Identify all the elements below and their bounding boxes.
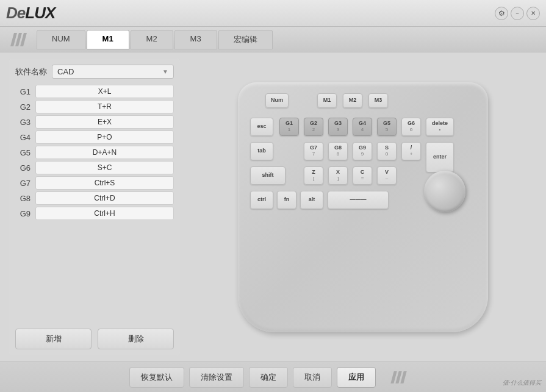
key-label-g6: G6 [15, 163, 31, 173]
software-name-label: 软件名称 [15, 66, 47, 77]
key-label-g2: G2 [15, 102, 31, 112]
software-select-value: CAD [57, 67, 74, 76]
kbd-x[interactable]: X] [328, 166, 348, 185]
kbd-g4[interactable]: G44 [353, 118, 372, 136]
titlebar: DeLUX ⚙ － ✕ [0, 0, 546, 27]
key-row-g3: G3 E+X [15, 115, 174, 129]
watermark: 值·什么值得买 [503, 379, 541, 387]
key-row-g4: G4 P+O [15, 130, 174, 144]
close-button[interactable]: ✕ [526, 7, 540, 20]
kbd-g3[interactable]: G33 [328, 118, 348, 136]
key-value-g9[interactable]: Ctrl+H [35, 207, 174, 220]
software-select[interactable]: CAD ▼ [52, 65, 174, 79]
kbd-slash[interactable]: /+ [401, 142, 421, 160]
kbd-tab[interactable]: tab [250, 142, 273, 160]
kbd-g7[interactable]: G77 [304, 142, 323, 160]
key-value-g3[interactable]: E+X [35, 115, 174, 129]
key-row-g6: G6 S+C [15, 161, 174, 174]
kbd-fn[interactable]: fn [277, 191, 296, 209]
kbd-m1-key[interactable]: M1 [317, 93, 337, 108]
key-label-g1: G1 [15, 87, 31, 96]
key-value-g1[interactable]: X+L [35, 85, 174, 98]
kbd-num[interactable]: Num [265, 93, 289, 108]
bottom-decoration-right [381, 362, 417, 392]
key-value-g2[interactable]: T+R [35, 100, 174, 113]
tab-m1[interactable]: M1 [87, 30, 129, 49]
kbd-alt[interactable]: alt [300, 191, 323, 209]
key-binding-list: G1 X+L G2 T+R G3 E+X G4 P+O G5 D+A+N G6 … [15, 85, 174, 323]
keyboard-visual: Num M1 M2 M3 esc G11 G22 G33 G44 G55 G66… [238, 82, 488, 332]
software-name-row: 软件名称 CAD ▼ [15, 65, 174, 79]
key-row-g2: G2 T+R [15, 100, 174, 113]
key-row-g9: G9 Ctrl+H [15, 207, 174, 220]
kbd-m2-key[interactable]: M2 [343, 93, 362, 108]
tab-list: NUM M1 M2 M3 宏编辑 [37, 30, 546, 49]
action-buttons: 新增 删除 [15, 329, 174, 349]
tab-m2[interactable]: M2 [131, 30, 173, 49]
bottom-stripe-icon [390, 371, 406, 383]
kbd-g5[interactable]: G55 [377, 118, 397, 136]
key-label-g8: G8 [15, 194, 31, 203]
kbd-s0[interactable]: S0 [377, 142, 397, 160]
kbd-z[interactable]: Z[ [304, 166, 323, 185]
dropdown-arrow-icon: ▼ [162, 68, 168, 75]
main-content: 软件名称 CAD ▼ G1 X+L G2 T+R G3 E+X G4 P+O [0, 52, 546, 362]
tab-macro[interactable]: 宏编辑 [218, 30, 273, 49]
key-label-g7: G7 [15, 179, 31, 188]
key-value-g8[interactable]: Ctrl+D [35, 191, 174, 205]
confirm-button[interactable]: 确定 [249, 367, 288, 388]
kbd-g8[interactable]: G88 [328, 142, 348, 160]
stripe-icon [10, 33, 27, 46]
settings-button[interactable]: ⚙ [495, 7, 508, 20]
add-button[interactable]: 新增 [15, 329, 92, 349]
tabbar: NUM M1 M2 M3 宏编辑 [0, 27, 546, 52]
key-value-g6[interactable]: S+C [35, 161, 174, 174]
tab-m3[interactable]: M3 [174, 30, 217, 49]
key-label-g5: G5 [15, 148, 31, 157]
kbd-g2[interactable]: G22 [304, 118, 323, 136]
tab-decoration-left [0, 27, 37, 52]
kbd-m3-key[interactable]: M3 [368, 93, 388, 108]
minimize-button[interactable]: － [511, 7, 524, 20]
key-label-g3: G3 [15, 118, 31, 127]
key-label-g4: G4 [15, 133, 31, 142]
key-row-g5: G5 D+A+N [15, 146, 174, 159]
key-row-g8: G8 Ctrl+D [15, 191, 174, 205]
kbd-delete[interactable]: delete• [426, 118, 454, 136]
key-row-g7: G7 Ctrl+S [15, 176, 174, 190]
kbd-c[interactable]: C= [353, 166, 372, 185]
kbd-v[interactable]: V– [377, 166, 397, 185]
window-controls: ⚙ － ✕ [495, 7, 540, 20]
bottombar: 恢复默认 清除设置 确定 取消 应用 [0, 362, 546, 392]
restore-default-button[interactable]: 恢复默认 [129, 367, 184, 388]
kbd-enter[interactable]: enter [426, 142, 454, 173]
kbd-g9[interactable]: G99 [353, 142, 372, 160]
cancel-button[interactable]: 取消 [293, 367, 332, 388]
key-value-g5[interactable]: D+A+N [35, 146, 174, 159]
key-row-g1: G1 X+L [15, 85, 174, 98]
tab-num[interactable]: NUM [37, 30, 85, 49]
kbd-esc[interactable]: esc [250, 118, 273, 136]
key-value-g4[interactable]: P+O [35, 130, 174, 144]
app-logo: DeLUX [6, 4, 55, 23]
left-panel: 软件名称 CAD ▼ G1 X+L G2 T+R G3 E+X G4 P+O [9, 59, 180, 355]
kbd-g6[interactable]: G66 [401, 118, 421, 136]
kbd-space[interactable]: ——— [328, 191, 389, 209]
key-label-g9: G9 [15, 209, 31, 218]
clear-settings-button[interactable]: 清除设置 [189, 367, 244, 388]
right-panel: Num M1 M2 M3 esc G11 G22 G33 G44 G55 G66… [189, 59, 537, 355]
trackball[interactable] [424, 171, 465, 212]
kbd-g1[interactable]: G11 [279, 118, 299, 136]
key-value-g7[interactable]: Ctrl+S [35, 176, 174, 190]
kbd-ctrl[interactable]: ctrl [250, 191, 273, 209]
delete-button[interactable]: 删除 [98, 329, 174, 349]
kbd-shift[interactable]: shift [250, 166, 286, 185]
apply-button[interactable]: 应用 [337, 367, 376, 388]
